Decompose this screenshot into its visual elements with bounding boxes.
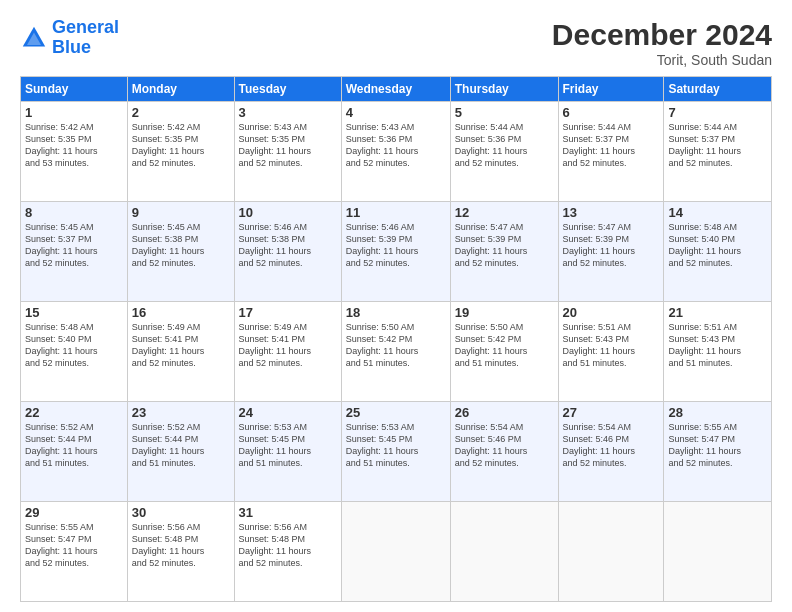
day-number: 31 bbox=[239, 505, 337, 520]
day-info: Sunrise: 5:46 AM Sunset: 5:39 PM Dayligh… bbox=[346, 221, 446, 270]
calendar-cell: 4Sunrise: 5:43 AM Sunset: 5:36 PM Daylig… bbox=[341, 102, 450, 202]
title-block: December 2024 Torit, South Sudan bbox=[552, 18, 772, 68]
calendar-week-row: 1Sunrise: 5:42 AM Sunset: 5:35 PM Daylig… bbox=[21, 102, 772, 202]
day-info: Sunrise: 5:50 AM Sunset: 5:42 PM Dayligh… bbox=[455, 321, 554, 370]
day-number: 25 bbox=[346, 405, 446, 420]
day-info: Sunrise: 5:47 AM Sunset: 5:39 PM Dayligh… bbox=[455, 221, 554, 270]
day-info: Sunrise: 5:45 AM Sunset: 5:37 PM Dayligh… bbox=[25, 221, 123, 270]
day-number: 18 bbox=[346, 305, 446, 320]
calendar-cell: 31Sunrise: 5:56 AM Sunset: 5:48 PM Dayli… bbox=[234, 502, 341, 602]
day-info: Sunrise: 5:50 AM Sunset: 5:42 PM Dayligh… bbox=[346, 321, 446, 370]
day-number: 22 bbox=[25, 405, 123, 420]
day-info: Sunrise: 5:44 AM Sunset: 5:36 PM Dayligh… bbox=[455, 121, 554, 170]
day-info: Sunrise: 5:54 AM Sunset: 5:46 PM Dayligh… bbox=[563, 421, 660, 470]
day-number: 17 bbox=[239, 305, 337, 320]
calendar-cell: 27Sunrise: 5:54 AM Sunset: 5:46 PM Dayli… bbox=[558, 402, 664, 502]
col-header-saturday: Saturday bbox=[664, 77, 772, 102]
day-number: 26 bbox=[455, 405, 554, 420]
calendar-cell: 18Sunrise: 5:50 AM Sunset: 5:42 PM Dayli… bbox=[341, 302, 450, 402]
calendar-cell: 23Sunrise: 5:52 AM Sunset: 5:44 PM Dayli… bbox=[127, 402, 234, 502]
day-number: 7 bbox=[668, 105, 767, 120]
day-info: Sunrise: 5:49 AM Sunset: 5:41 PM Dayligh… bbox=[132, 321, 230, 370]
day-info: Sunrise: 5:56 AM Sunset: 5:48 PM Dayligh… bbox=[239, 521, 337, 570]
logo-blue: Blue bbox=[52, 37, 91, 57]
calendar-cell: 10Sunrise: 5:46 AM Sunset: 5:38 PM Dayli… bbox=[234, 202, 341, 302]
calendar-cell: 22Sunrise: 5:52 AM Sunset: 5:44 PM Dayli… bbox=[21, 402, 128, 502]
col-header-tuesday: Tuesday bbox=[234, 77, 341, 102]
calendar-cell bbox=[341, 502, 450, 602]
calendar-cell: 7Sunrise: 5:44 AM Sunset: 5:37 PM Daylig… bbox=[664, 102, 772, 202]
day-number: 30 bbox=[132, 505, 230, 520]
day-number: 15 bbox=[25, 305, 123, 320]
day-info: Sunrise: 5:51 AM Sunset: 5:43 PM Dayligh… bbox=[563, 321, 660, 370]
day-number: 23 bbox=[132, 405, 230, 420]
calendar-cell: 9Sunrise: 5:45 AM Sunset: 5:38 PM Daylig… bbox=[127, 202, 234, 302]
day-info: Sunrise: 5:45 AM Sunset: 5:38 PM Dayligh… bbox=[132, 221, 230, 270]
calendar-table: SundayMondayTuesdayWednesdayThursdayFrid… bbox=[20, 76, 772, 602]
day-info: Sunrise: 5:44 AM Sunset: 5:37 PM Dayligh… bbox=[563, 121, 660, 170]
day-number: 3 bbox=[239, 105, 337, 120]
calendar-cell: 6Sunrise: 5:44 AM Sunset: 5:37 PM Daylig… bbox=[558, 102, 664, 202]
day-info: Sunrise: 5:47 AM Sunset: 5:39 PM Dayligh… bbox=[563, 221, 660, 270]
day-number: 6 bbox=[563, 105, 660, 120]
day-info: Sunrise: 5:55 AM Sunset: 5:47 PM Dayligh… bbox=[25, 521, 123, 570]
calendar-cell: 2Sunrise: 5:42 AM Sunset: 5:35 PM Daylig… bbox=[127, 102, 234, 202]
calendar-cell: 8Sunrise: 5:45 AM Sunset: 5:37 PM Daylig… bbox=[21, 202, 128, 302]
day-number: 4 bbox=[346, 105, 446, 120]
calendar-cell: 21Sunrise: 5:51 AM Sunset: 5:43 PM Dayli… bbox=[664, 302, 772, 402]
calendar-week-row: 22Sunrise: 5:52 AM Sunset: 5:44 PM Dayli… bbox=[21, 402, 772, 502]
calendar-week-row: 29Sunrise: 5:55 AM Sunset: 5:47 PM Dayli… bbox=[21, 502, 772, 602]
day-number: 14 bbox=[668, 205, 767, 220]
col-header-monday: Monday bbox=[127, 77, 234, 102]
calendar-cell: 13Sunrise: 5:47 AM Sunset: 5:39 PM Dayli… bbox=[558, 202, 664, 302]
day-number: 13 bbox=[563, 205, 660, 220]
calendar-cell: 19Sunrise: 5:50 AM Sunset: 5:42 PM Dayli… bbox=[450, 302, 558, 402]
col-header-wednesday: Wednesday bbox=[341, 77, 450, 102]
location: Torit, South Sudan bbox=[552, 52, 772, 68]
calendar-cell bbox=[450, 502, 558, 602]
calendar-cell: 17Sunrise: 5:49 AM Sunset: 5:41 PM Dayli… bbox=[234, 302, 341, 402]
calendar-cell: 25Sunrise: 5:53 AM Sunset: 5:45 PM Dayli… bbox=[341, 402, 450, 502]
day-info: Sunrise: 5:52 AM Sunset: 5:44 PM Dayligh… bbox=[132, 421, 230, 470]
header: General Blue December 2024 Torit, South … bbox=[20, 18, 772, 68]
calendar-cell: 26Sunrise: 5:54 AM Sunset: 5:46 PM Dayli… bbox=[450, 402, 558, 502]
calendar-cell: 24Sunrise: 5:53 AM Sunset: 5:45 PM Dayli… bbox=[234, 402, 341, 502]
day-info: Sunrise: 5:53 AM Sunset: 5:45 PM Dayligh… bbox=[346, 421, 446, 470]
day-info: Sunrise: 5:42 AM Sunset: 5:35 PM Dayligh… bbox=[132, 121, 230, 170]
calendar-cell: 29Sunrise: 5:55 AM Sunset: 5:47 PM Dayli… bbox=[21, 502, 128, 602]
calendar-cell: 5Sunrise: 5:44 AM Sunset: 5:36 PM Daylig… bbox=[450, 102, 558, 202]
day-number: 19 bbox=[455, 305, 554, 320]
col-header-thursday: Thursday bbox=[450, 77, 558, 102]
day-number: 16 bbox=[132, 305, 230, 320]
calendar-cell: 28Sunrise: 5:55 AM Sunset: 5:47 PM Dayli… bbox=[664, 402, 772, 502]
calendar-cell bbox=[664, 502, 772, 602]
logo-general: General bbox=[52, 17, 119, 37]
day-number: 8 bbox=[25, 205, 123, 220]
day-info: Sunrise: 5:42 AM Sunset: 5:35 PM Dayligh… bbox=[25, 121, 123, 170]
logo: General Blue bbox=[20, 18, 119, 58]
col-header-sunday: Sunday bbox=[21, 77, 128, 102]
day-info: Sunrise: 5:55 AM Sunset: 5:47 PM Dayligh… bbox=[668, 421, 767, 470]
calendar-cell: 20Sunrise: 5:51 AM Sunset: 5:43 PM Dayli… bbox=[558, 302, 664, 402]
day-number: 10 bbox=[239, 205, 337, 220]
day-info: Sunrise: 5:46 AM Sunset: 5:38 PM Dayligh… bbox=[239, 221, 337, 270]
day-info: Sunrise: 5:49 AM Sunset: 5:41 PM Dayligh… bbox=[239, 321, 337, 370]
day-info: Sunrise: 5:48 AM Sunset: 5:40 PM Dayligh… bbox=[25, 321, 123, 370]
day-number: 1 bbox=[25, 105, 123, 120]
calendar-cell: 16Sunrise: 5:49 AM Sunset: 5:41 PM Dayli… bbox=[127, 302, 234, 402]
calendar-week-row: 15Sunrise: 5:48 AM Sunset: 5:40 PM Dayli… bbox=[21, 302, 772, 402]
calendar-cell bbox=[558, 502, 664, 602]
day-info: Sunrise: 5:48 AM Sunset: 5:40 PM Dayligh… bbox=[668, 221, 767, 270]
calendar-cell: 3Sunrise: 5:43 AM Sunset: 5:35 PM Daylig… bbox=[234, 102, 341, 202]
day-info: Sunrise: 5:44 AM Sunset: 5:37 PM Dayligh… bbox=[668, 121, 767, 170]
day-number: 12 bbox=[455, 205, 554, 220]
calendar-week-row: 8Sunrise: 5:45 AM Sunset: 5:37 PM Daylig… bbox=[21, 202, 772, 302]
logo-icon bbox=[20, 24, 48, 52]
day-number: 21 bbox=[668, 305, 767, 320]
logo-text: General Blue bbox=[52, 18, 119, 58]
col-header-friday: Friday bbox=[558, 77, 664, 102]
day-info: Sunrise: 5:52 AM Sunset: 5:44 PM Dayligh… bbox=[25, 421, 123, 470]
calendar-cell: 1Sunrise: 5:42 AM Sunset: 5:35 PM Daylig… bbox=[21, 102, 128, 202]
day-number: 5 bbox=[455, 105, 554, 120]
day-number: 28 bbox=[668, 405, 767, 420]
